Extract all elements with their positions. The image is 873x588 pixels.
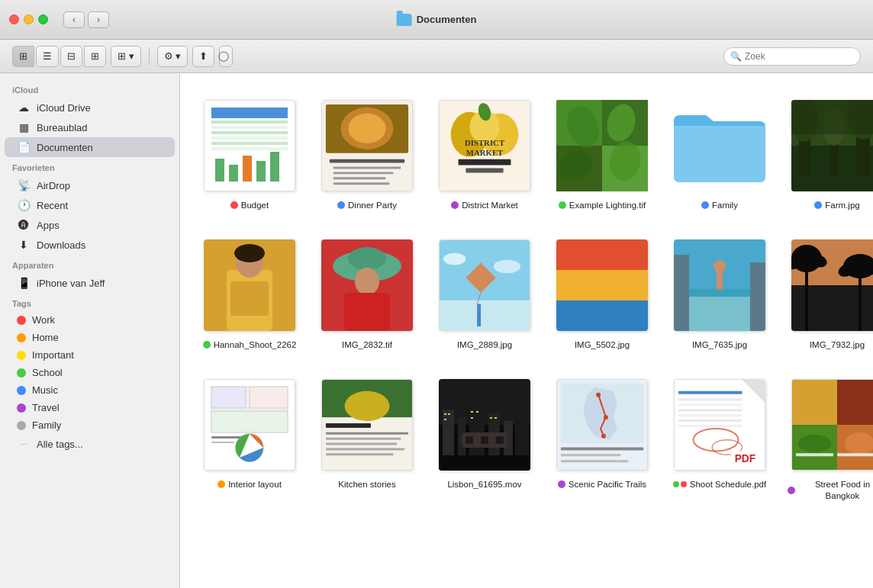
svg-rect-19 [333, 172, 394, 174]
file-thumb-img2889 [435, 236, 534, 335]
sidebar-label-iphone: iPhone van Jeff [37, 278, 105, 289]
apps-icon: 🅐 [17, 218, 31, 232]
file-thumb-img5502 [552, 236, 652, 335]
sidebar-item-apps[interactable]: 🅐 Apps [5, 215, 175, 235]
file-item-farm[interactable]: Farm.jpg [783, 92, 873, 216]
sidebar-item-work[interactable]: Work [5, 311, 175, 329]
share-button[interactable]: ⬆ [192, 46, 214, 67]
svg-rect-126 [496, 436, 504, 444]
search-box[interactable]: 🔍 [723, 47, 861, 66]
nav-buttons: ‹ › [63, 11, 109, 28]
sidebar-item-iphone[interactable]: 📱 iPhone van Jeff [5, 273, 175, 293]
settings-button[interactable]: ⚙ ▾ [157, 46, 188, 67]
svg-rect-106 [326, 453, 394, 455]
view-size-button[interactable]: ⊞ ▾ [111, 46, 141, 67]
svg-point-73 [714, 260, 726, 272]
back-button[interactable]: ‹ [63, 11, 85, 28]
file-item-budget[interactable]: Budget [195, 92, 304, 216]
maximize-button[interactable] [38, 14, 48, 24]
file-item-hannah-shoot[interactable]: Hannah_Shoot_2262 [195, 231, 304, 355]
search-icon: 🔍 [730, 51, 742, 62]
file-item-dinner-party[interactable]: Dinner Party [313, 92, 421, 216]
file-item-shoot-schedule[interactable]: PDF Shoot Schedule.pdf [665, 371, 774, 506]
minimize-button[interactable] [24, 14, 34, 24]
sidebar-item-airdrop[interactable]: 📡 AirDrop [5, 175, 175, 195]
file-name-dinner-party: Dinner Party [337, 200, 397, 211]
search-input[interactable] [745, 51, 852, 62]
svg-rect-115 [444, 413, 446, 415]
sidebar-label-icloud-drive: iCloud Drive [37, 102, 91, 114]
file-name-district-market: District Market [451, 200, 517, 211]
file-item-img7635[interactable]: IMG_7635.jpg [665, 231, 774, 355]
view-list-button[interactable]: ☰ [36, 46, 59, 67]
sidebar-label-family: Family [32, 419, 61, 431]
svg-point-59 [355, 268, 379, 295]
sidebar-item-recent[interactable]: 🕐 Recent [5, 195, 175, 215]
file-item-kitchen-stories[interactable]: Kitchen stories [313, 371, 421, 506]
close-button[interactable] [9, 14, 19, 24]
folder-icon [397, 14, 412, 26]
svg-rect-60 [344, 293, 390, 331]
tag-button[interactable]: ⃝ [219, 46, 233, 67]
svg-rect-138 [678, 391, 743, 394]
svg-rect-90 [211, 387, 246, 408]
titlebar: ‹ › Documenten [0, 0, 873, 40]
sidebar: iCloud ☁ iCloud Drive ▦ Bureaublad 📄 Doc… [0, 73, 180, 588]
svg-rect-117 [444, 419, 446, 420]
view-columns-button[interactable]: ⊟ [60, 46, 82, 67]
svg-rect-119 [476, 411, 478, 413]
file-item-interior-layout[interactable]: Interior layout [195, 371, 304, 506]
svg-rect-116 [448, 413, 450, 415]
file-thumb-img2832 [317, 236, 417, 335]
sidebar-item-bureaublad[interactable]: ▦ Bureaublad [5, 117, 175, 137]
traffic-lights [9, 14, 48, 24]
view-grid-button[interactable]: ⊞ [12, 46, 34, 67]
file-thumb-dinner-party [317, 96, 417, 195]
district-market-dot [451, 201, 459, 209]
sidebar-item-music[interactable]: Music [5, 381, 175, 399]
file-item-img2889[interactable]: IMG_2889.jpg [430, 231, 539, 355]
sidebar-label-downloads: Downloads [37, 239, 85, 251]
sidebar-item-downloads[interactable]: ⬇ Downloads [5, 235, 175, 255]
svg-rect-20 [333, 177, 386, 179]
file-item-scenic-pacific[interactable]: Scenic Pacific Trails [548, 371, 656, 506]
sidebar-label-work: Work [32, 314, 55, 326]
file-item-family-folder[interactable]: Family [665, 92, 774, 216]
scenic-pacific-dot [558, 480, 565, 488]
sidebar-item-important[interactable]: Important [5, 346, 175, 364]
svg-rect-135 [561, 460, 629, 462]
file-thumb-interior-layout [200, 375, 299, 474]
sidebar-item-school[interactable]: School [5, 364, 175, 381]
sidebar-item-documenten[interactable]: 📄 Documenten [5, 137, 175, 157]
svg-rect-103 [326, 438, 401, 440]
file-item-street-food[interactable]: Street Food in Bangkok [783, 371, 873, 506]
svg-rect-142 [678, 414, 743, 416]
file-thumb-street-food [788, 375, 873, 474]
sidebar-item-home[interactable]: Home [5, 329, 175, 346]
view-gallery-button[interactable]: ⊞ [84, 46, 106, 67]
file-item-lisbon[interactable]: Lisbon_61695.mov [430, 371, 539, 506]
file-thumb-example-lighting [552, 96, 652, 195]
svg-rect-21 [333, 182, 390, 185]
file-item-img5502[interactable]: IMG_5502.jpg [548, 231, 656, 355]
svg-rect-4 [211, 131, 288, 134]
sidebar-label-bureaublad: Bureaublad [37, 122, 88, 133]
recent-icon: 🕐 [17, 198, 31, 212]
sidebar-item-icloud-drive[interactable]: ☁ iCloud Drive [5, 98, 175, 117]
file-item-img2832[interactable]: IMG_2832.tif [313, 231, 421, 355]
svg-point-67 [494, 260, 520, 274]
file-item-example-lighting[interactable]: Example Lighting.tif [548, 92, 656, 216]
svg-rect-159 [837, 453, 873, 456]
svg-rect-80 [805, 262, 808, 331]
file-item-district-market[interactable]: DISTRICT MARKET District Market [430, 92, 539, 216]
sidebar-item-alle-tags[interactable]: ··· Alle tags... [5, 434, 175, 454]
sidebar-item-travel[interactable]: Travel [5, 399, 175, 416]
svg-point-130 [596, 393, 601, 397]
file-name-example-lighting: Example Lighting.tif [559, 200, 646, 211]
sidebar-item-family[interactable]: Family [5, 416, 175, 434]
file-item-img7932[interactable]: IMG_7932.jpg [783, 231, 873, 355]
forward-button[interactable]: › [88, 11, 109, 28]
toolbar: ⊞ ☰ ⊟ ⊞ ⊞ ▾ ⚙ ▾ ⬆ ⃝ 🔍 [0, 40, 873, 73]
svg-point-66 [443, 253, 466, 265]
svg-rect-91 [250, 387, 288, 408]
